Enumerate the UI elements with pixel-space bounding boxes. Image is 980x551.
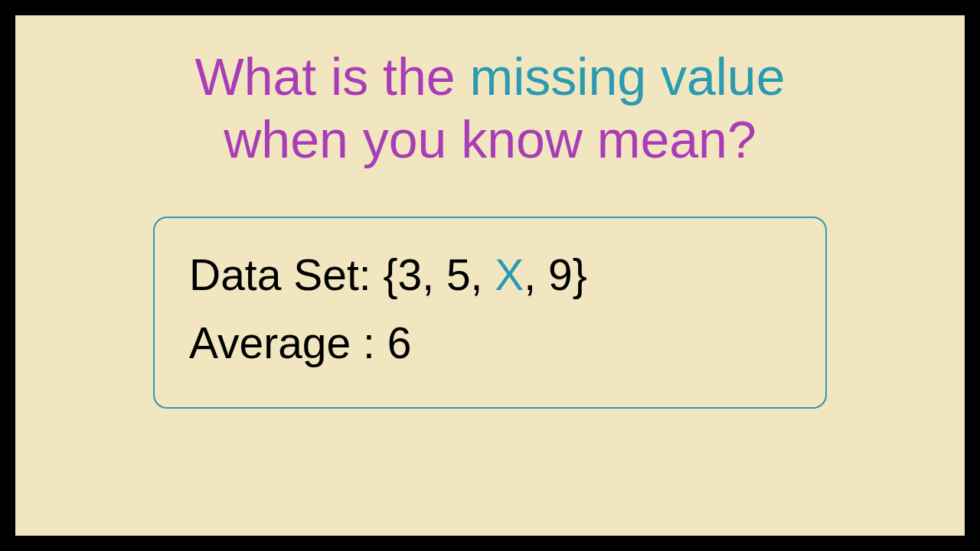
- dataset-value-1: 3: [398, 250, 423, 299]
- dataset-value-2: 5: [446, 250, 471, 299]
- dataset-sep: ,: [471, 250, 495, 299]
- dataset-line: Data Set: {3, 5, X, 9}: [189, 241, 791, 308]
- dataset-sep: ,: [422, 250, 446, 299]
- title-text-missing-value: missing value: [470, 47, 786, 106]
- average-value: 6: [387, 318, 412, 367]
- dataset-sep: ,: [524, 250, 548, 299]
- brace-open: {: [383, 250, 397, 299]
- brace-close: }: [573, 250, 587, 299]
- dataset-label: Data Set:: [189, 250, 383, 299]
- average-label: Average :: [189, 318, 387, 367]
- dataset-value-3: 9: [548, 250, 573, 299]
- dataset-unknown-x: X: [495, 250, 524, 299]
- slide: What is the missing value when you know …: [15, 15, 965, 536]
- title-text-what-is-the: What is the: [195, 47, 470, 106]
- average-line: Average : 6: [189, 309, 791, 377]
- data-box: Data Set: {3, 5, X, 9} Average : 6: [153, 217, 827, 409]
- title-line-2: when you know mean?: [195, 109, 786, 171]
- title-line-1: What is the missing value: [195, 46, 786, 109]
- title: What is the missing value when you know …: [195, 46, 786, 171]
